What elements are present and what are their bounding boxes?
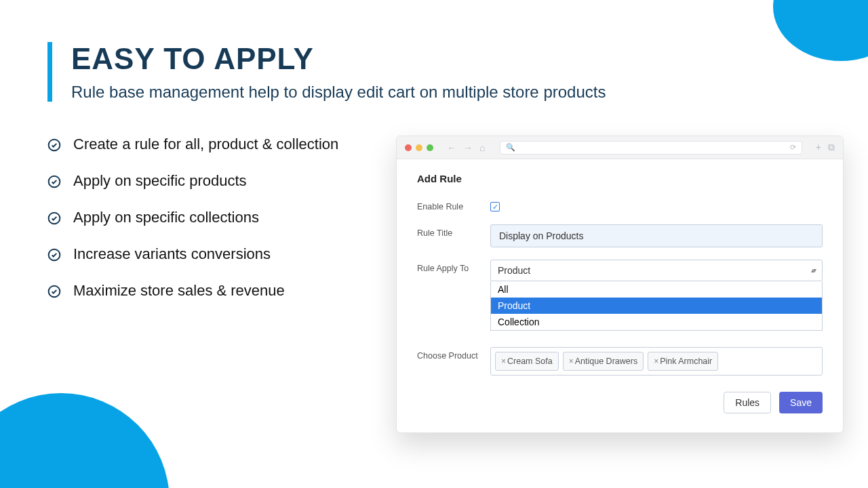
form-heading: Add Rule bbox=[417, 173, 823, 184]
forward-icon[interactable]: → bbox=[463, 142, 473, 153]
remove-tag-icon[interactable]: × bbox=[569, 357, 574, 366]
feature-text: Maximize store sales & revenue bbox=[73, 282, 285, 300]
dropdown-option[interactable]: Collection bbox=[491, 314, 822, 330]
feature-text: Increase variants conversions bbox=[73, 245, 271, 263]
close-dot-icon[interactable] bbox=[405, 144, 412, 151]
back-icon[interactable]: ← bbox=[447, 142, 456, 153]
choose-product-input[interactable]: ×Cream Sofa×Antique Drawers×Pink Armchai… bbox=[490, 347, 823, 375]
product-tag[interactable]: ×Antique Drawers bbox=[563, 352, 644, 371]
check-circle-icon bbox=[47, 175, 61, 188]
feature-item: Apply on specific collections bbox=[47, 209, 380, 226]
new-tab-icon[interactable]: + bbox=[816, 142, 821, 153]
save-button[interactable]: Save bbox=[779, 392, 823, 413]
check-circle-icon bbox=[47, 285, 61, 298]
remove-tag-icon[interactable]: × bbox=[501, 357, 506, 366]
feature-text: Apply on specific collections bbox=[73, 209, 259, 226]
home-icon[interactable]: ⌂ bbox=[479, 142, 485, 153]
check-circle-icon bbox=[47, 248, 61, 262]
feature-item: Maximize store sales & revenue bbox=[47, 282, 380, 300]
browser-chrome: ← → ⌂ 🔍 ⟳ + ⧉ bbox=[397, 136, 843, 159]
product-tag-label: Antique Drawers bbox=[575, 357, 637, 366]
product-tag-label: Cream Sofa bbox=[507, 357, 553, 366]
rule-apply-to-select[interactable]: Product ▴▾ bbox=[490, 260, 823, 281]
dropdown-option[interactable]: All bbox=[491, 281, 822, 298]
title-block: EASY TO APPLY Rule base management help … bbox=[47, 42, 868, 102]
page-title: EASY TO APPLY bbox=[71, 42, 868, 76]
maximize-dot-icon[interactable] bbox=[427, 144, 433, 151]
page-subtitle: Rule base management help to display edi… bbox=[71, 83, 868, 102]
rule-title-input[interactable] bbox=[490, 224, 823, 247]
feature-text: Create a rule for all, product & collect… bbox=[73, 136, 338, 153]
check-circle-icon bbox=[47, 138, 61, 152]
add-rule-form: Add Rule Enable Rule ✓ Rule Title Rule A… bbox=[397, 159, 843, 432]
rule-apply-to-value: Product bbox=[498, 265, 530, 276]
remove-tag-icon[interactable]: × bbox=[654, 357, 658, 366]
feature-text: Apply on specific products bbox=[73, 172, 247, 190]
product-tag[interactable]: ×Pink Armchair bbox=[648, 352, 718, 371]
rule-apply-to-label: Rule Apply To bbox=[417, 260, 490, 273]
minimize-dot-icon[interactable] bbox=[416, 144, 422, 151]
search-icon: 🔍 bbox=[506, 143, 515, 152]
check-circle-icon bbox=[47, 211, 61, 225]
rule-title-label: Rule Title bbox=[417, 224, 490, 238]
choose-product-label: Choose Product bbox=[417, 347, 490, 361]
rule-apply-to-dropdown: AllProductCollection bbox=[490, 281, 823, 331]
product-tag-label: Pink Armchair bbox=[660, 357, 712, 366]
tabs-icon[interactable]: ⧉ bbox=[828, 142, 835, 153]
enable-rule-checkbox[interactable]: ✓ bbox=[490, 202, 500, 211]
feature-list: Create a rule for all, product & collect… bbox=[47, 136, 380, 433]
enable-rule-label: Enable Rule bbox=[417, 198, 490, 211]
browser-mock: ← → ⌂ 🔍 ⟳ + ⧉ Add Rule Enable Rule bbox=[396, 136, 844, 433]
feature-item: Apply on specific products bbox=[47, 172, 380, 190]
product-tag[interactable]: ×Cream Sofa bbox=[495, 352, 559, 371]
refresh-icon[interactable]: ⟳ bbox=[790, 143, 796, 152]
dropdown-option[interactable]: Product bbox=[491, 298, 822, 314]
feature-item: Increase variants conversions bbox=[47, 245, 380, 263]
url-bar[interactable]: 🔍 ⟳ bbox=[500, 141, 802, 155]
chevron-updown-icon: ▴▾ bbox=[811, 266, 815, 274]
rules-button[interactable]: Rules bbox=[724, 392, 771, 413]
window-controls bbox=[405, 144, 433, 151]
feature-item: Create a rule for all, product & collect… bbox=[47, 136, 380, 153]
